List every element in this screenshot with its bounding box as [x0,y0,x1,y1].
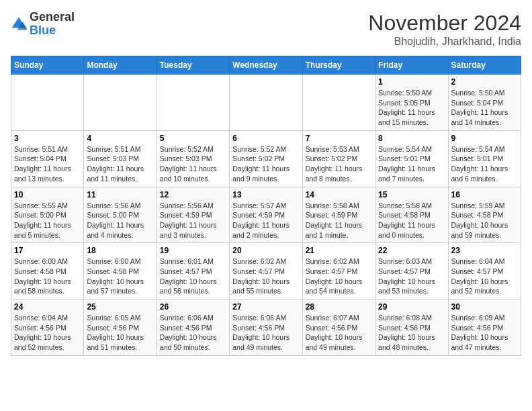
day-info: Sunrise: 6:00 AM Sunset: 4:58 PM Dayligh… [14,257,81,296]
calendar-table: SundayMondayTuesdayWednesdayThursdayFrid… [11,56,521,356]
day-number: 25 [87,302,153,312]
day-info: Sunrise: 6:02 AM Sunset: 4:57 PM Dayligh… [306,257,372,296]
day-number: 15 [378,190,445,199]
location: Bhojudih, Jharkhand, India [368,36,521,48]
calendar-cell [11,75,84,131]
day-number: 20 [232,246,299,255]
day-info: Sunrise: 6:04 AM Sunset: 4:56 PM Dayligh… [14,313,81,353]
calendar-week: 17Sunrise: 6:00 AM Sunset: 4:58 PM Dayli… [11,243,521,300]
day-info: Sunrise: 6:00 AM Sunset: 4:58 PM Dayligh… [87,257,153,296]
calendar-week: 10Sunrise: 5:55 AM Sunset: 5:00 PM Dayli… [11,187,521,243]
calendar-cell: 7Sunrise: 5:53 AM Sunset: 5:02 PM Daylig… [302,130,375,187]
day-number: 8 [378,134,445,143]
day-number: 5 [160,134,226,143]
day-number: 2 [451,77,518,87]
day-number: 30 [451,302,518,312]
calendar-cell: 14Sunrise: 5:58 AM Sunset: 4:59 PM Dayli… [302,187,375,243]
calendar-cell: 24Sunrise: 6:04 AM Sunset: 4:56 PM Dayli… [11,300,84,356]
logo-icon [11,16,27,32]
calendar-cell: 27Sunrise: 6:06 AM Sunset: 4:56 PM Dayli… [230,300,302,356]
calendar-header: SundayMondayTuesdayWednesdayThursdayFrid… [11,56,521,75]
calendar-cell: 19Sunrise: 6:01 AM Sunset: 4:57 PM Dayli… [157,243,229,300]
header-row: SundayMondayTuesdayWednesdayThursdayFrid… [11,56,521,75]
calendar-cell [230,75,302,131]
calendar-cell: 21Sunrise: 6:02 AM Sunset: 4:57 PM Dayli… [302,243,375,300]
calendar-body: 1Sunrise: 5:50 AM Sunset: 5:05 PM Daylig… [11,75,521,356]
calendar-week: 24Sunrise: 6:04 AM Sunset: 4:56 PM Dayli… [11,300,521,356]
day-info: Sunrise: 6:04 AM Sunset: 4:57 PM Dayligh… [451,257,518,296]
day-info: Sunrise: 5:51 AM Sunset: 5:04 PM Dayligh… [14,144,81,184]
day-info: Sunrise: 5:55 AM Sunset: 5:00 PM Dayligh… [14,201,81,240]
logo-general-text: General [30,11,75,24]
calendar-cell: 17Sunrise: 6:00 AM Sunset: 4:58 PM Dayli… [11,243,84,300]
day-info: Sunrise: 5:52 AM Sunset: 5:02 PM Dayligh… [232,144,299,184]
header-day: Wednesday [230,56,302,75]
day-number: 17 [14,246,81,255]
calendar-week: 1Sunrise: 5:50 AM Sunset: 5:05 PM Daylig… [11,75,521,131]
day-number: 14 [306,190,372,199]
page-header: General Blue November 2024 Bhojudih, Jha… [11,11,521,48]
calendar-cell: 25Sunrise: 6:05 AM Sunset: 4:56 PM Dayli… [84,300,157,356]
day-info: Sunrise: 6:05 AM Sunset: 4:56 PM Dayligh… [87,313,153,353]
day-number: 23 [451,246,518,255]
day-number: 26 [160,302,226,312]
calendar-cell: 16Sunrise: 5:59 AM Sunset: 4:58 PM Dayli… [448,187,521,243]
calendar-cell: 8Sunrise: 5:54 AM Sunset: 5:01 PM Daylig… [375,130,448,187]
day-info: Sunrise: 6:06 AM Sunset: 4:56 PM Dayligh… [232,313,299,353]
day-info: Sunrise: 5:54 AM Sunset: 5:01 PM Dayligh… [451,144,518,184]
calendar-cell: 18Sunrise: 6:00 AM Sunset: 4:58 PM Dayli… [84,243,157,300]
day-number: 12 [160,190,226,199]
header-day: Tuesday [157,56,229,75]
day-info: Sunrise: 5:56 AM Sunset: 5:00 PM Dayligh… [87,201,153,240]
calendar-cell: 2Sunrise: 5:50 AM Sunset: 5:04 PM Daylig… [448,75,521,131]
calendar-cell: 9Sunrise: 5:54 AM Sunset: 5:01 PM Daylig… [448,130,521,187]
header-day: Friday [375,56,448,75]
day-number: 9 [451,134,518,143]
day-number: 4 [87,134,153,143]
header-day: Thursday [302,56,375,75]
calendar-cell: 28Sunrise: 6:07 AM Sunset: 4:56 PM Dayli… [302,300,375,356]
calendar-cell: 20Sunrise: 6:02 AM Sunset: 4:57 PM Dayli… [230,243,302,300]
day-number: 13 [232,190,299,199]
calendar-cell: 3Sunrise: 5:51 AM Sunset: 5:04 PM Daylig… [11,130,84,187]
calendar-cell [302,75,375,131]
day-number: 27 [232,302,299,312]
calendar-cell [84,75,157,131]
day-info: Sunrise: 6:09 AM Sunset: 4:56 PM Dayligh… [451,313,518,353]
day-number: 21 [306,246,372,255]
calendar-cell: 30Sunrise: 6:09 AM Sunset: 4:56 PM Dayli… [448,300,521,356]
day-info: Sunrise: 6:03 AM Sunset: 4:57 PM Dayligh… [378,257,445,296]
header-day: Sunday [11,56,84,75]
day-info: Sunrise: 6:06 AM Sunset: 4:56 PM Dayligh… [160,313,226,353]
header-day: Monday [84,56,157,75]
day-info: Sunrise: 5:58 AM Sunset: 4:59 PM Dayligh… [306,201,372,240]
day-info: Sunrise: 5:59 AM Sunset: 4:58 PM Dayligh… [451,201,518,240]
day-number: 10 [14,190,81,199]
calendar-cell: 1Sunrise: 5:50 AM Sunset: 5:05 PM Daylig… [375,75,448,131]
day-info: Sunrise: 5:52 AM Sunset: 5:03 PM Dayligh… [160,144,226,184]
calendar-cell: 26Sunrise: 6:06 AM Sunset: 4:56 PM Dayli… [157,300,229,356]
day-info: Sunrise: 6:01 AM Sunset: 4:57 PM Dayligh… [160,257,226,296]
calendar-cell: 23Sunrise: 6:04 AM Sunset: 4:57 PM Dayli… [448,243,521,300]
calendar-cell: 29Sunrise: 6:08 AM Sunset: 4:56 PM Dayli… [375,300,448,356]
calendar-cell: 15Sunrise: 5:58 AM Sunset: 4:58 PM Dayli… [375,187,448,243]
calendar-cell: 13Sunrise: 5:57 AM Sunset: 4:59 PM Dayli… [230,187,302,243]
calendar-cell: 11Sunrise: 5:56 AM Sunset: 5:00 PM Dayli… [84,187,157,243]
day-info: Sunrise: 5:53 AM Sunset: 5:02 PM Dayligh… [306,144,372,184]
logo: General Blue [11,11,75,38]
day-info: Sunrise: 5:50 AM Sunset: 5:05 PM Dayligh… [378,88,445,128]
day-number: 29 [378,302,445,312]
day-info: Sunrise: 5:50 AM Sunset: 5:04 PM Dayligh… [451,88,518,128]
day-number: 22 [378,246,445,255]
title-block: November 2024 Bhojudih, Jharkhand, India [368,11,521,48]
calendar-cell: 4Sunrise: 5:51 AM Sunset: 5:03 PM Daylig… [84,130,157,187]
calendar-cell: 5Sunrise: 5:52 AM Sunset: 5:03 PM Daylig… [157,130,229,187]
day-number: 11 [87,190,153,199]
day-info: Sunrise: 5:57 AM Sunset: 4:59 PM Dayligh… [232,201,299,240]
day-number: 7 [306,134,372,143]
calendar-cell: 22Sunrise: 6:03 AM Sunset: 4:57 PM Dayli… [375,243,448,300]
day-number: 24 [14,302,81,312]
day-number: 1 [378,77,445,87]
calendar-cell: 10Sunrise: 5:55 AM Sunset: 5:00 PM Dayli… [11,187,84,243]
header-day: Saturday [448,56,521,75]
